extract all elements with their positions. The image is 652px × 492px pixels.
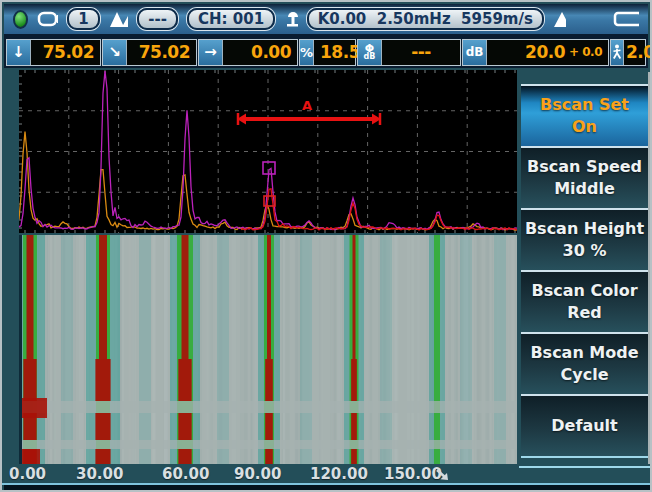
reading-value: 75.02: [127, 40, 196, 65]
bottom-edge: [4, 485, 652, 492]
probe-info-badge: K0.00 2.50mHz 5959m/s: [307, 8, 544, 30]
reading-step: 2.0: [610, 39, 646, 66]
menu-value: Cycle: [521, 366, 648, 384]
reading-value: 20.0+ 0.0: [487, 40, 608, 65]
reading-sound-path: ↘ 75.02: [102, 39, 197, 66]
axis-tick: 90.00: [234, 465, 281, 483]
reading-amplitude-percent: % 18.5: [299, 39, 356, 66]
menu-bscan-mode[interactable]: Bscan Mode Cycle: [521, 332, 648, 394]
marker-triangle-icon: [553, 11, 567, 28]
menu-label: Bscan Height: [521, 220, 648, 238]
menu-label: Bscan Mode: [521, 344, 648, 362]
menu-value: Red: [521, 304, 648, 322]
menu-bscan-set[interactable]: Bscan Set On: [521, 84, 648, 146]
db-icon: dB: [463, 40, 487, 65]
reading-value: 75.02: [31, 40, 100, 65]
status-led: [13, 10, 28, 29]
scroll-direction-arrow-icon: [434, 467, 452, 483]
reading-value: 2.0: [624, 40, 652, 65]
axis-tick: 30.00: [76, 465, 123, 483]
reading-value: ---: [382, 40, 460, 65]
connector-icon: [284, 10, 298, 29]
range-mode-badge: ---: [137, 8, 178, 30]
reading-depth: ↓ 75.02: [6, 39, 101, 66]
reading-phi-db: ΦdB ---: [357, 39, 461, 66]
menu-label: Default: [521, 417, 648, 435]
device-screen: 1 --- CH: 001 K0.00 2.50mHz 5959m/s ↓ 75…: [0, 0, 652, 492]
menu-bscan-height[interactable]: Bscan Height 30 %: [521, 208, 648, 270]
channel-badge: CH: 001: [187, 8, 275, 30]
axis-tick: 120.00: [310, 465, 368, 483]
ascan-plot: A: [19, 70, 517, 233]
menu-value: 30 %: [521, 242, 648, 260]
axis-tick: 0.00: [9, 465, 46, 483]
menu-default[interactable]: Default: [521, 394, 648, 456]
dual-element-icon: [109, 11, 129, 28]
menu-label: Bscan Speed: [521, 158, 648, 176]
measurement-readings-bar: ↓ 75.02 ↘ 75.02 → 0.00 % 18.5 ΦdB --- dB…: [4, 36, 648, 68]
reading-gain: dB 20.0+ 0.0: [462, 39, 609, 66]
gain-increment: + 0.0: [569, 45, 602, 59]
menu-label: Bscan Set: [521, 96, 648, 114]
percent-icon: %: [300, 40, 314, 65]
menu-bscan-speed[interactable]: Bscan Speed Middle: [521, 146, 648, 208]
battery-icon: [613, 10, 639, 28]
menu-value: On: [521, 118, 648, 136]
svg-text:A: A: [302, 98, 312, 113]
softkey-menu: Bscan Set On Bscan Speed Middle Bscan He…: [521, 84, 648, 458]
top-status-bar: 1 --- CH: 001 K0.00 2.50mHz 5959m/s: [4, 4, 648, 36]
probe-count-badge: 1: [67, 8, 99, 30]
phi-db-icon: ΦdB: [358, 40, 382, 65]
walker-icon: [611, 40, 624, 65]
menu-bscan-color[interactable]: Bscan Color Red: [521, 270, 648, 332]
right-bezel-strip: [648, 72, 652, 464]
probe-icon: [37, 10, 58, 28]
bscan-waterfall: [19, 235, 517, 464]
arrow-right-icon: →: [199, 40, 223, 65]
distance-axis: 0.00 30.00 60.00 90.00 120.00 150.00: [4, 464, 652, 483]
axis-tick: 60.00: [162, 465, 209, 483]
menu-label: Bscan Color: [521, 282, 648, 300]
arrow-down-right-icon: ↘: [103, 40, 127, 65]
menu-value: Middle: [521, 180, 648, 198]
reading-value: 0.00: [223, 40, 297, 65]
reading-projection: → 0.00: [198, 39, 298, 66]
arrow-down-icon: ↓: [7, 40, 31, 65]
